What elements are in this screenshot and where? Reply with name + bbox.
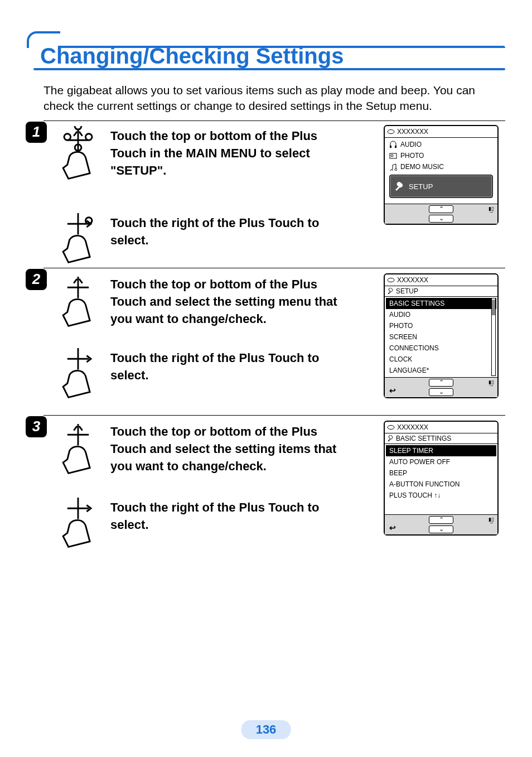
nav-up-button[interactable]: ⌃ [429,205,453,213]
battery-icon: ▮▯ [489,379,494,385]
svg-point-5 [388,278,394,282]
menu-item-photo[interactable]: PHOTO [386,150,496,161]
menu-label: AUDIO [389,311,410,319]
step-badge-3: 3 [26,416,47,437]
menu-label: PLUS TOUCH ↑↓ [389,491,441,499]
nav-down-button[interactable]: ⌄ [429,215,453,223]
disc-icon [387,277,395,283]
menu-item-basic-settings-highlighted[interactable]: BASIC SETTINGS [386,298,496,309]
wrench-icon [387,288,394,295]
device-footer: ⌃ ⌄ → ▮▯ [385,204,497,224]
page-title: Changing/Checking Settings [40,44,344,69]
menu-label: DEMO MUSIC [400,163,444,171]
plus-touch-vertical-icon [51,421,105,482]
svg-point-0 [388,130,394,134]
svg-point-6 [388,426,394,430]
step3-text-a: Touch the top or bottom of the Plus Touc… [110,423,350,475]
breadcrumb: BASIC SETTINGS [385,433,497,444]
menu-item-sleep-timer-highlighted[interactable]: SLEEP TIMER [386,445,496,456]
menu-item[interactable]: A-BUTTON FUNCTION [386,479,496,490]
menu-item-demo-music[interactable]: DEMO MUSIC [386,161,496,172]
menu-item-setup-highlighted[interactable]: SETUP [389,175,493,198]
device-screen-basic-settings: XXXXXXX BASIC SETTINGS SLEEP TIMER AUTO … [384,421,499,536]
step1-text-b: Touch the right of the Plus Touch to sel… [110,214,350,249]
disc-icon [387,425,395,430]
menu-label: BEEP [389,469,407,477]
menu-label: LANGUAGE* [389,367,429,374]
device-footer: ⌃ ⌄ ↩ → ▮▯ [385,377,497,397]
menu-item[interactable]: CLOCK [386,354,496,365]
back-icon[interactable]: ↩ [389,523,396,532]
menu-label: SETUP [409,182,433,191]
plus-touch-right-icon [51,210,105,271]
page-number: 136 [241,720,291,739]
menu-label: SLEEP TIMER [389,447,433,455]
plus-touch-vertical-icon [51,273,105,335]
intro-paragraph: The gigabeat allows you to set various i… [43,83,490,114]
divider [43,268,505,268]
scrollbar[interactable] [491,298,496,376]
divider [43,120,505,121]
step-badge-1: 1 [26,122,47,143]
plus-touch-right-icon [51,494,105,556]
plus-touch-right-icon [51,345,105,406]
step-badge-2: 2 [26,269,47,290]
menu-item[interactable]: AUTO POWER OFF [386,456,496,467]
nav-down-button[interactable]: ⌄ [429,525,453,533]
device-footer: ⌃ ⌄ ↩ → ▮▯ [385,514,497,534]
back-icon[interactable]: ↩ [389,386,396,395]
breadcrumb: SETUP [385,286,497,297]
menu-label: AUTO POWER OFF [389,458,450,466]
menu-label: A-BUTTON FUNCTION [389,480,460,488]
svg-point-4 [391,155,393,157]
svg-rect-2 [395,146,396,148]
photo-icon [389,152,397,160]
divider [43,415,505,416]
step3-text-b: Touch the right of the Plus Touch to sel… [110,499,350,533]
nav-up-button[interactable]: ⌃ [429,379,453,387]
nav-down-button[interactable]: ⌄ [429,388,453,396]
menu-label: CONNECTIONS [389,344,439,352]
nav-up-button[interactable]: ⌃ [429,516,453,524]
plus-touch-vertical-icon [51,126,105,187]
wrench-icon [393,181,404,192]
breadcrumb-label: SETUP [396,287,418,295]
menu-label: PHOTO [389,322,413,330]
menu-item[interactable]: SCREEN [386,331,496,343]
menu-item[interactable]: PHOTO [386,320,496,331]
step2-text-a: Touch the top or bottom of the Plus Touc… [110,276,350,328]
music-note-icon [389,163,397,171]
menu-label: PHOTO [400,152,424,160]
menu-label: AUDIO [400,141,422,148]
battery-icon: ▮▯ [489,206,494,211]
menu-item[interactable]: LANGUAGE* [386,365,496,376]
menu-label: BASIC SETTINGS [389,300,444,307]
menu-label: CLOCK [389,355,412,363]
menu-item[interactable]: BEEP [386,467,496,479]
menu-item-audio[interactable]: AUDIO [386,139,496,150]
headphones-icon [389,141,397,148]
step1-text-a: Touch the top or bottom of the Plus Touc… [110,127,350,180]
disc-icon [387,129,395,134]
screen3-title: XXXXXXX [397,423,428,431]
menu-item[interactable]: PLUS TOUCH ↑↓ [386,490,496,501]
menu-item[interactable]: AUDIO [386,309,496,320]
device-screen-setup-menu: XXXXXXX SETUP BASIC SETTINGS AUDIO PHOTO… [384,273,499,398]
breadcrumb-label: BASIC SETTINGS [396,435,451,442]
step2-text-b: Touch the right of the Plus Touch to sel… [110,349,350,384]
menu-item[interactable]: CONNECTIONS [386,343,496,354]
device-screen-main-menu: XXXXXXX AUDIO PHOTO DEMO MUSIC SETUP ⌃ ⌄… [384,125,499,225]
svg-rect-1 [390,146,391,148]
screen2-title: XXXXXXX [397,276,428,284]
screen1-title: XXXXXXX [397,128,428,136]
wrench-icon [387,435,394,442]
menu-label: SCREEN [389,333,417,341]
battery-icon: ▮▯ [489,517,494,522]
